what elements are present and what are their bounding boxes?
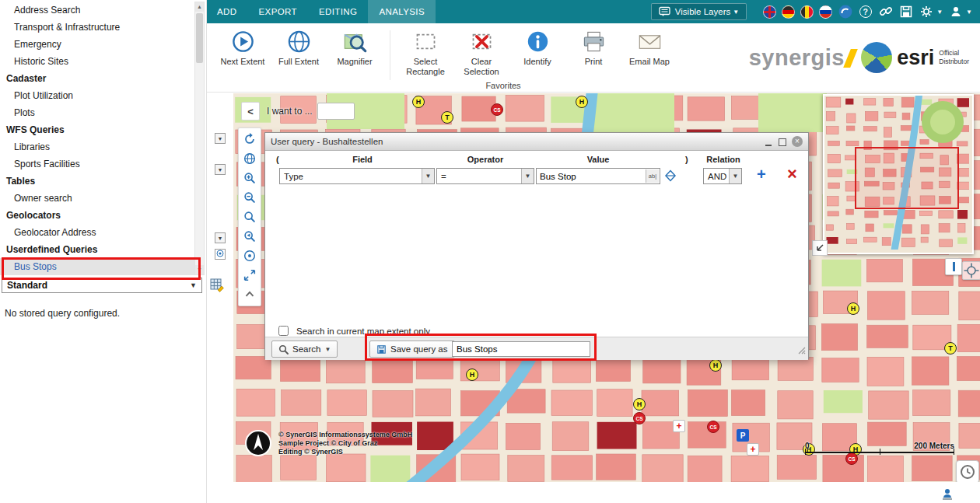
- save-query-name-input[interactable]: [452, 341, 590, 357]
- clear-selection-button[interactable]: Clear Selection: [457, 29, 506, 76]
- minimize-button[interactable]: [764, 137, 773, 146]
- sidebar-item-wfs-queries[interactable]: WFS Queries: [0, 121, 187, 138]
- identify-button[interactable]: Identify: [513, 29, 562, 67]
- cs-marker: CS: [707, 421, 719, 433]
- flag-germany-icon[interactable]: [782, 5, 795, 19]
- dialog-title-text: User query - Bushaltestellen: [271, 137, 383, 146]
- overview-collapse-button[interactable]: [812, 240, 828, 256]
- map-tool-zoom-full-button[interactable]: [242, 267, 257, 283]
- map-tool-zoom-previous-button[interactable]: [242, 229, 257, 244]
- tab-analysis[interactable]: ANALYSIS: [368, 0, 436, 23]
- save-query-button[interactable]: Save query as: [369, 341, 455, 358]
- email-map-button[interactable]: Email Map: [625, 29, 674, 67]
- value-sort-icon[interactable]: [664, 169, 677, 185]
- esri-logo: esri Official Distributor: [861, 42, 969, 73]
- flag-russia-icon[interactable]: [819, 5, 832, 19]
- resize-grip[interactable]: [798, 344, 806, 358]
- cs-marker: CS: [633, 412, 646, 424]
- map-tool-globe-button[interactable]: [242, 151, 257, 166]
- tab-editing[interactable]: EDITING: [308, 0, 368, 23]
- stop-marker: H: [709, 359, 722, 372]
- field-select[interactable]: Type ▼: [279, 168, 435, 184]
- map-tool-center-button[interactable]: [242, 248, 257, 264]
- esri-tagline-line-1: Official: [939, 49, 969, 58]
- flag-belgium-icon[interactable]: [800, 5, 814, 19]
- extent-checkbox[interactable]: [278, 326, 289, 336]
- sidebar-item-tables[interactable]: Tables: [0, 173, 187, 190]
- time-slider-button[interactable]: [956, 460, 979, 482]
- tree-scrollbar[interactable]: ▲ ▼: [194, 2, 205, 275]
- clear-selection-icon: [469, 29, 495, 54]
- edit-queries-button[interactable]: [209, 278, 225, 293]
- settings-chevron-icon[interactable]: ▼: [936, 9, 943, 16]
- tab-export[interactable]: EXPORT: [247, 0, 307, 23]
- scroll-up-arrow[interactable]: ▲: [195, 2, 204, 12]
- map-tool-collapse-button[interactable]: [242, 287, 257, 302]
- preset-select[interactable]: Standard ▼: [2, 278, 202, 293]
- hidden-panel-caret[interactable]: ▼: [215, 133, 226, 144]
- sidebar-item-geolocator-address[interactable]: Geolocator Address: [0, 224, 194, 241]
- sidebar-item-bus-stops[interactable]: Bus Stops: [0, 258, 194, 275]
- operator-select[interactable]: = ▼: [436, 168, 534, 184]
- sidebar-item-cadaster[interactable]: Cadaster: [0, 70, 187, 87]
- sidebar-item-geolocators[interactable]: Geolocators: [0, 207, 187, 224]
- link-icon[interactable]: [878, 5, 893, 19]
- map-tool-refresh-button[interactable]: [242, 131, 257, 147]
- position-tool-button[interactable]: [962, 261, 980, 280]
- search-button[interactable]: Search ▼: [271, 341, 338, 358]
- restore-button[interactable]: [778, 137, 787, 146]
- relation-select[interactable]: AND ▼: [703, 168, 742, 184]
- dialog-title-bar[interactable]: User query - Bushaltestellen ×: [265, 133, 808, 151]
- session-user-icon[interactable]: [940, 487, 954, 501]
- save-query-button-label: Save query as: [390, 344, 448, 354]
- map-tool-zoom-window-button[interactable]: [242, 209, 257, 225]
- collapse-panel-button[interactable]: <: [241, 102, 260, 121]
- i-want-to-input[interactable]: [317, 103, 355, 120]
- sidebar-item-transport-infrastructure[interactable]: Transport & Infrastructure: [0, 19, 194, 36]
- map-attribution: © SynerGIS Informationssysteme GmbH Samp…: [244, 429, 412, 457]
- tram-marker: T: [944, 342, 957, 355]
- select-rectangle-button[interactable]: Select Rectangle: [401, 29, 450, 76]
- scroll-down-arrow[interactable]: ▼: [195, 265, 204, 274]
- close-icon[interactable]: ×: [792, 136, 803, 147]
- hidden-panel-caret[interactable]: ▼: [215, 232, 226, 243]
- sidebar-item-userdefined-queries[interactable]: Userdefined Queries: [0, 241, 187, 258]
- hidden-panel-caret[interactable]: ▼: [215, 164, 226, 175]
- sidebar-item-sports-facilities[interactable]: Sports Facilities: [0, 155, 194, 173]
- map-tool-zoom-out-button[interactable]: [242, 190, 257, 205]
- magnifier-button[interactable]: Magnifier: [331, 29, 379, 67]
- sidebar-item-plots[interactable]: Plots: [0, 104, 194, 121]
- flag-uk-icon[interactable]: [763, 5, 776, 19]
- remove-condition-button[interactable]: ×: [787, 164, 797, 184]
- user-chevron-icon[interactable]: ▼: [966, 9, 972, 16]
- sidebar-item-historic-sites[interactable]: Historic Sites: [0, 53, 194, 70]
- map-tool-zoom-in-button[interactable]: [242, 170, 257, 186]
- overview-extent-rectangle[interactable]: [855, 147, 959, 209]
- sidebar-item-owner-search[interactable]: Owner search: [0, 190, 194, 207]
- operator-select-value: =: [441, 172, 446, 181]
- next-extent-button[interactable]: Next Extent: [219, 29, 267, 67]
- empty-query-message: No stored query configured.: [5, 308, 120, 319]
- swipe-tool-button[interactable]: [945, 258, 962, 275]
- scroll-thumb[interactable]: [196, 13, 203, 63]
- visible-layers-label: Visible Layers: [675, 7, 730, 16]
- brand-globe-icon[interactable]: [838, 5, 852, 19]
- add-condition-button[interactable]: +: [757, 166, 766, 183]
- esri-logo-text: esri: [897, 46, 934, 70]
- sidebar-item-plot-utilization[interactable]: Plot Utilization: [0, 87, 194, 104]
- sidebar-item-libraries[interactable]: Libraries: [0, 138, 194, 155]
- sidebar-item-address-search[interactable]: Address Search: [0, 2, 194, 19]
- save-icon[interactable]: [898, 5, 913, 19]
- help-icon[interactable]: ?: [858, 5, 873, 19]
- tab-add[interactable]: ADD: [206, 0, 247, 23]
- value-input[interactable]: [537, 169, 652, 183]
- hidden-panel-radio-icon[interactable]: [215, 249, 226, 260]
- value-lookup-button[interactable]: ab|: [646, 169, 659, 183]
- user-icon[interactable]: [948, 5, 963, 19]
- full-extent-button[interactable]: Full Extent: [275, 29, 323, 67]
- settings-icon[interactable]: [919, 5, 933, 19]
- overview-map[interactable]: [823, 94, 974, 254]
- sidebar-item-emergency[interactable]: Emergency: [0, 36, 194, 53]
- print-button[interactable]: Print: [569, 29, 618, 67]
- visible-layers-button[interactable]: Visible Layers ▼: [651, 3, 747, 20]
